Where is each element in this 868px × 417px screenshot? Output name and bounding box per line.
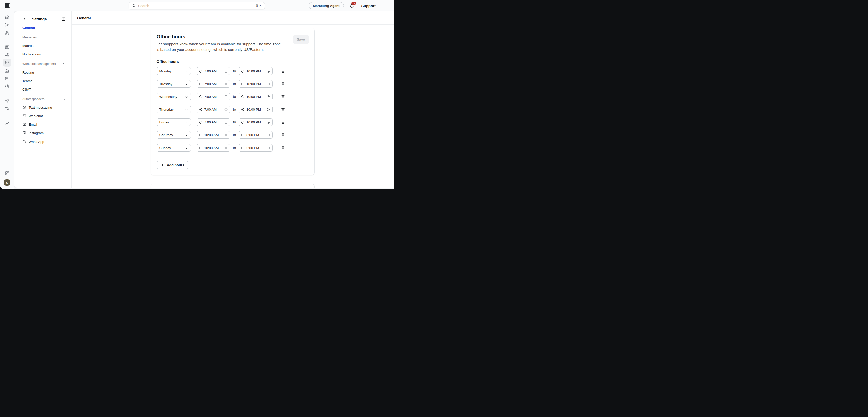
day-select[interactable]: Wednesday — [157, 93, 191, 100]
global-search[interactable]: ⌘ K — [129, 2, 265, 9]
rail-home-icon[interactable] — [3, 13, 11, 21]
rail-integrations-share-icon[interactable] — [3, 51, 11, 59]
delete-row-button[interactable] — [281, 120, 285, 125]
row-menu-button[interactable] — [290, 120, 294, 125]
start-time-value: 10:00 AM — [205, 146, 222, 150]
marketing-agent-button[interactable]: Marketing Agent — [309, 2, 344, 9]
end-time-field[interactable]: 10:00 PM — [239, 106, 273, 113]
settings-nav-text-messaging[interactable]: Text messaging — [22, 105, 65, 110]
settings-nav-notifications[interactable]: Notifications — [22, 52, 65, 57]
end-time-value: 10:00 PM — [246, 108, 265, 111]
clear-end-time-button[interactable] — [267, 108, 270, 111]
user-avatar[interactable]: K — [3, 179, 10, 186]
settings-nav-teams[interactable]: Teams — [22, 78, 65, 83]
clear-end-time-button[interactable] — [267, 133, 270, 137]
day-select[interactable]: Saturday — [157, 131, 191, 139]
day-select[interactable]: Sunday — [157, 144, 191, 151]
clear-start-time-button[interactable] — [224, 108, 228, 111]
rail-customers-users-icon[interactable] — [3, 67, 11, 74]
settings-nav-routing[interactable]: Routing — [22, 70, 65, 74]
start-time-value: 7:00 AM — [205, 82, 222, 86]
clear-end-time-button[interactable] — [267, 95, 270, 99]
row-menu-button[interactable] — [290, 145, 294, 150]
end-time-field[interactable]: 5:00 PM — [239, 144, 273, 151]
settings-nav-csat[interactable]: CSAT — [22, 87, 65, 92]
start-time-field[interactable]: 10:00 AM — [197, 144, 230, 151]
clear-start-time-button[interactable] — [224, 146, 228, 150]
settings-nav-instagram[interactable]: Instagram — [22, 131, 65, 135]
clock-icon — [241, 133, 245, 137]
day-select[interactable]: Thursday — [157, 106, 191, 113]
rail-insights-lightbulb-icon[interactable] — [3, 97, 11, 105]
clear-end-time-button[interactable] — [267, 120, 270, 124]
rail-reports-pie-icon[interactable] — [3, 82, 11, 90]
end-time-value: 10:00 PM — [246, 69, 265, 73]
settings-scroll-area[interactable]: Office hours Let shoppers know when your… — [71, 25, 394, 188]
delete-row-button[interactable] — [281, 94, 285, 99]
end-time-value: 10:00 PM — [246, 82, 265, 86]
clear-start-time-button[interactable] — [224, 95, 228, 99]
settings-nav-email[interactable]: Email — [22, 122, 65, 127]
to-label: to — [233, 120, 236, 124]
notifications-bell-button[interactable]: 23 — [349, 2, 355, 9]
rail-analytics-trend-icon[interactable] — [3, 119, 11, 127]
start-time-field[interactable]: 7:00 AM — [197, 67, 230, 75]
clear-end-time-button[interactable] — [267, 69, 270, 73]
row-menu-button[interactable] — [290, 81, 294, 86]
settings-section-workforce[interactable]: Workforce Management — [22, 62, 65, 66]
settings-section-messages[interactable]: Messages — [22, 35, 65, 40]
clear-end-time-button[interactable] — [267, 82, 270, 86]
rail-campaigns-send-icon[interactable] — [3, 21, 11, 29]
rail-forms-document-icon[interactable] — [3, 43, 11, 51]
clear-start-time-button[interactable] — [224, 133, 228, 137]
clear-start-time-button[interactable] — [224, 69, 228, 73]
add-hours-button[interactable]: Add hours — [157, 161, 188, 169]
row-menu-button[interactable] — [290, 94, 294, 99]
delete-row-button[interactable] — [281, 107, 285, 112]
settings-nav-general[interactable]: General — [22, 25, 65, 30]
end-time-field[interactable]: 10:00 PM — [239, 118, 273, 126]
row-menu-button[interactable] — [290, 69, 294, 73]
settings-nav-macros[interactable]: Macros — [22, 43, 65, 48]
section-label: Messages — [22, 36, 37, 39]
day-select[interactable]: Friday — [157, 118, 191, 126]
collapse-panel-icon[interactable] — [61, 17, 66, 21]
office-hours-row: Saturday 10:00 AM to 8:00 PM — [157, 131, 309, 139]
start-time-field[interactable]: 10:00 AM — [197, 131, 230, 139]
start-time-field[interactable]: 7:00 AM — [197, 106, 230, 113]
rail-inbox-icon[interactable] — [3, 59, 11, 67]
start-time-field[interactable]: 7:00 AM — [197, 118, 230, 126]
rail-automation-route-icon[interactable] — [3, 105, 11, 112]
settings-nav-whatsapp[interactable]: WhatsApp — [22, 139, 65, 144]
settings-nav-web-chat[interactable]: Web chat — [22, 114, 65, 118]
rail-flows-sitemap-icon[interactable] — [3, 29, 11, 36]
clear-start-time-button[interactable] — [224, 120, 228, 124]
delete-row-button[interactable] — [281, 81, 285, 86]
settings-section-autoresponders[interactable]: Autoresponders — [22, 97, 65, 101]
start-time-field[interactable]: 7:00 AM — [197, 80, 230, 88]
rail-news-icon[interactable] — [3, 74, 11, 82]
rail-apps-grid-icon[interactable] — [3, 170, 11, 176]
delete-row-button[interactable] — [281, 133, 285, 137]
start-time-value: 7:00 AM — [205, 120, 222, 124]
end-time-value: 10:00 PM — [246, 120, 265, 124]
delete-row-button[interactable] — [281, 145, 285, 150]
search-input[interactable] — [138, 4, 253, 8]
end-time-field[interactable]: 10:00 PM — [239, 93, 273, 100]
back-chevron-button[interactable] — [22, 17, 27, 21]
clear-start-time-button[interactable] — [224, 82, 228, 86]
end-time-field[interactable]: 10:00 PM — [239, 67, 273, 75]
day-select[interactable]: Tuesday — [157, 80, 191, 88]
clear-end-time-button[interactable] — [267, 146, 270, 150]
delete-row-button[interactable] — [281, 69, 285, 73]
start-time-value: 7:00 AM — [205, 69, 222, 73]
end-time-field[interactable]: 8:00 PM — [239, 131, 273, 139]
save-button[interactable]: Save — [293, 35, 309, 44]
office-hours-row: Sunday 10:00 AM to 5:00 PM — [157, 144, 309, 151]
start-time-field[interactable]: 7:00 AM — [197, 93, 230, 100]
end-time-field[interactable]: 10:00 PM — [239, 80, 273, 88]
day-select[interactable]: Monday — [157, 67, 191, 75]
support-link[interactable]: Support — [362, 3, 376, 8]
row-menu-button[interactable] — [290, 133, 294, 137]
row-menu-button[interactable] — [290, 107, 294, 112]
